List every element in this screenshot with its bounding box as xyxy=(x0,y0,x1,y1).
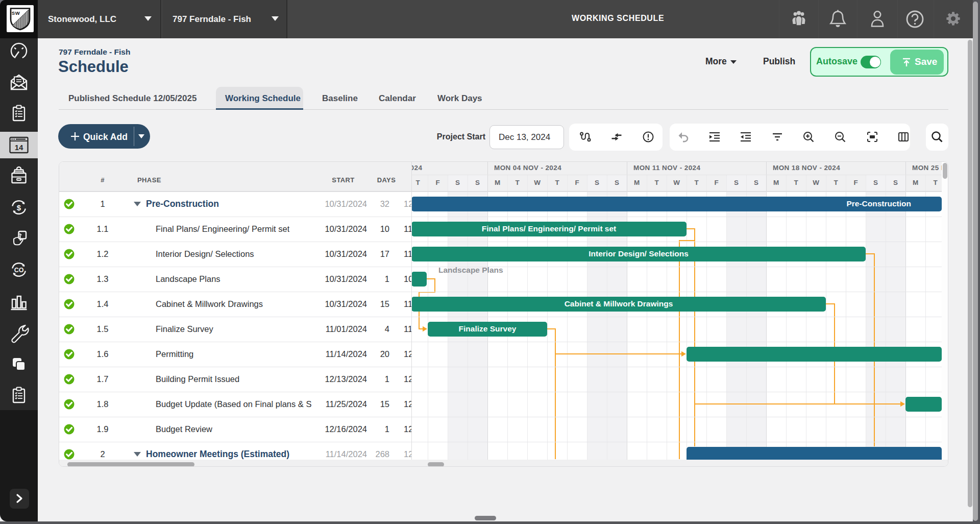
svg-text:14: 14 xyxy=(15,143,23,152)
svg-text:$: $ xyxy=(17,203,21,212)
svg-text:CO: CO xyxy=(14,267,24,274)
svg-text:SW: SW xyxy=(12,10,20,16)
